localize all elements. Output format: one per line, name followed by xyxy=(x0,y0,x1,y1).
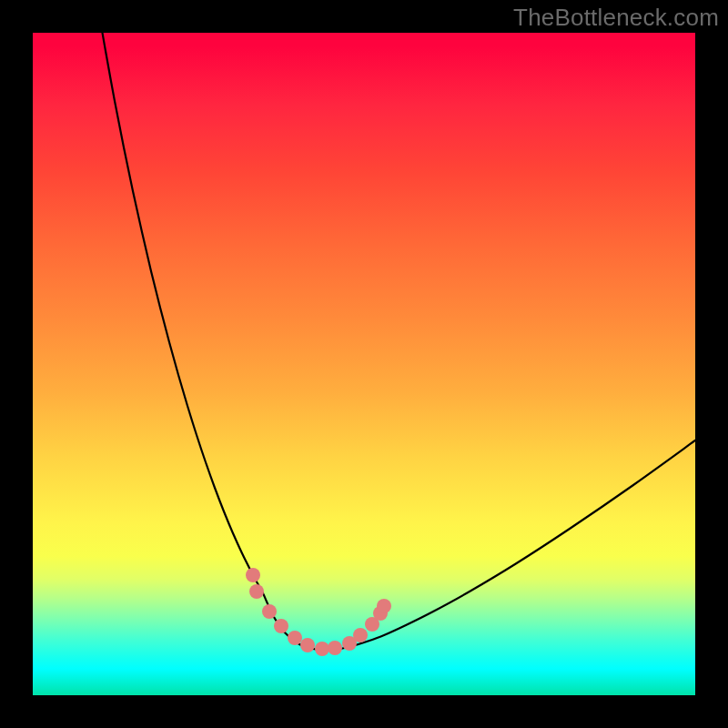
curve-marker xyxy=(300,638,315,652)
curve-marker xyxy=(315,642,329,656)
curve-marker xyxy=(274,619,288,633)
plot-area xyxy=(33,33,695,695)
watermark-text: TheBottleneck.com xyxy=(513,4,719,32)
chart-container: TheBottleneck.com xyxy=(0,0,728,728)
curve-marker xyxy=(246,568,260,582)
curve-marker xyxy=(377,599,391,613)
marker-layer xyxy=(33,33,695,695)
curve-marker xyxy=(249,584,264,599)
curve-marker xyxy=(262,604,277,619)
curve-marker xyxy=(288,631,302,645)
curve-marker xyxy=(328,641,342,655)
curve-marker xyxy=(353,628,368,642)
